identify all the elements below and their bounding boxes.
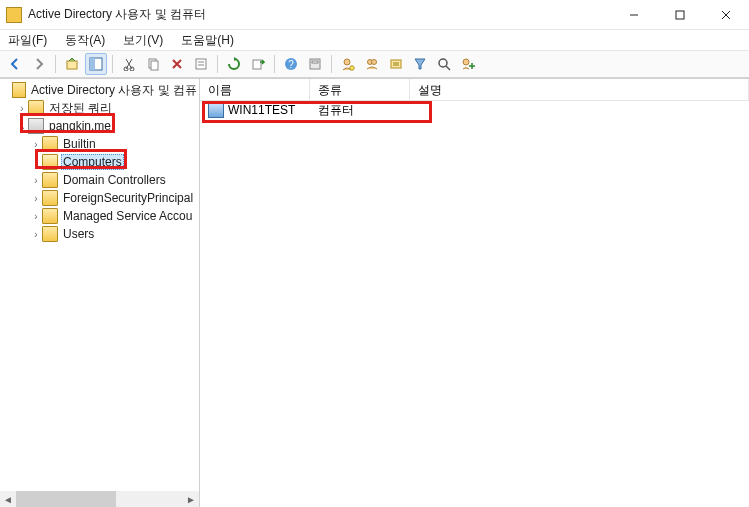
toolbar-separator	[331, 55, 332, 73]
menu-view[interactable]: 보기(V)	[121, 31, 165, 50]
tree-label: Managed Service Accou	[61, 209, 194, 223]
menu-help[interactable]: 도움말(H)	[179, 31, 236, 50]
maximize-button[interactable]	[657, 0, 703, 29]
svg-line-2	[722, 11, 730, 19]
show-hide-tree-button[interactable]	[85, 53, 107, 75]
properties-button[interactable]	[190, 53, 212, 75]
toolbar: ?	[0, 50, 749, 78]
title-bar: Active Directory 사용자 및 컴퓨터	[0, 0, 749, 30]
column-type[interactable]: 종류	[310, 79, 410, 100]
svg-point-22	[372, 60, 377, 65]
tree-horizontal-scrollbar[interactable]: ◄ ►	[0, 491, 199, 507]
svg-rect-6	[90, 58, 95, 70]
column-description[interactable]: 설명	[410, 79, 749, 100]
computer-icon	[208, 102, 224, 118]
cell-name: WIN11TEST	[200, 102, 310, 118]
svg-text:?: ?	[288, 59, 294, 70]
new-group-icon[interactable]	[361, 53, 383, 75]
folder-icon	[42, 136, 58, 152]
scroll-thumb[interactable]	[16, 491, 116, 507]
forward-button[interactable]	[28, 53, 50, 75]
tree-root-label: Active Directory 사용자 및 컴퓨	[29, 82, 199, 99]
delete-button[interactable]	[166, 53, 188, 75]
export-button[interactable]	[247, 53, 269, 75]
domain-icon	[28, 118, 44, 134]
menu-bar: 파일(F) 동작(A) 보기(V) 도움말(H)	[0, 30, 749, 50]
filter-icon[interactable]	[409, 53, 431, 75]
help-button[interactable]: ?	[280, 53, 302, 75]
collapse-icon[interactable]: ⌄	[16, 121, 28, 132]
copy-button[interactable]	[142, 53, 164, 75]
back-button[interactable]	[4, 53, 26, 75]
root-icon	[12, 82, 26, 98]
tree-label: 저장된 쿼리	[47, 100, 114, 117]
tree-domain-controllers[interactable]: › Domain Controllers	[2, 171, 199, 189]
refresh-button[interactable]	[223, 53, 245, 75]
svg-rect-10	[151, 61, 158, 70]
folder-icon	[42, 172, 58, 188]
expand-icon[interactable]: ›	[30, 211, 42, 222]
app-icon	[6, 7, 22, 23]
tree-managed-service[interactable]: › Managed Service Accou	[2, 207, 199, 225]
folder-icon	[42, 208, 58, 224]
tree-computers[interactable]: Computers	[2, 153, 199, 171]
folder-icon	[42, 226, 58, 242]
tree-domain[interactable]: ⌄ pangkin.me	[2, 117, 199, 135]
svg-point-20	[350, 66, 354, 70]
expand-icon[interactable]: ›	[16, 103, 28, 114]
svg-point-27	[463, 59, 469, 65]
content-panes: Active Directory 사용자 및 컴퓨 › 저장된 쿼리 ⌄ pan…	[0, 78, 749, 507]
svg-rect-1	[676, 11, 684, 19]
svg-point-19	[344, 59, 350, 65]
tree-label: Domain Controllers	[61, 173, 168, 187]
window-title: Active Directory 사용자 및 컴퓨터	[28, 6, 611, 23]
expand-icon[interactable]: ›	[30, 229, 42, 240]
svg-rect-11	[196, 59, 206, 69]
list-pane: 이름 종류 설명 WIN11TEST 컴퓨터	[200, 79, 749, 507]
minimize-button[interactable]	[611, 0, 657, 29]
svg-rect-24	[393, 62, 399, 66]
cut-button[interactable]	[118, 53, 140, 75]
expand-icon[interactable]: ›	[30, 175, 42, 186]
expand-icon[interactable]: ›	[30, 139, 42, 150]
svg-rect-4	[67, 61, 77, 69]
tree-label: Users	[61, 227, 96, 241]
svg-rect-14	[253, 60, 261, 69]
toolbar-separator	[112, 55, 113, 73]
svg-rect-18	[312, 61, 318, 63]
scroll-right-arrow[interactable]: ►	[183, 491, 199, 507]
find-button[interactable]	[304, 53, 326, 75]
add-member-icon[interactable]	[457, 53, 479, 75]
tree-pane: Active Directory 사용자 및 컴퓨 › 저장된 쿼리 ⌄ pan…	[0, 79, 200, 507]
scroll-track[interactable]	[16, 491, 183, 507]
list-row[interactable]: WIN11TEST 컴퓨터	[200, 101, 749, 119]
menu-action[interactable]: 동작(A)	[63, 31, 107, 50]
tree-users[interactable]: › Users	[2, 225, 199, 243]
expand-icon[interactable]: ›	[30, 193, 42, 204]
tree-foreign-security[interactable]: › ForeignSecurityPrincipal	[2, 189, 199, 207]
search-icon[interactable]	[433, 53, 455, 75]
list-header: 이름 종류 설명	[200, 79, 749, 101]
new-ou-icon[interactable]	[385, 53, 407, 75]
tree-label: Computers	[61, 154, 124, 170]
toolbar-separator	[274, 55, 275, 73]
tree-label: ForeignSecurityPrincipal	[61, 191, 195, 205]
svg-line-3	[722, 11, 730, 19]
scroll-left-arrow[interactable]: ◄	[0, 491, 16, 507]
toolbar-separator	[55, 55, 56, 73]
folder-icon	[28, 100, 44, 116]
up-button[interactable]	[61, 53, 83, 75]
close-button[interactable]	[703, 0, 749, 29]
tree-root[interactable]: Active Directory 사용자 및 컴퓨	[2, 81, 199, 99]
cell-type: 컴퓨터	[310, 102, 410, 119]
toolbar-separator	[217, 55, 218, 73]
new-user-icon[interactable]	[337, 53, 359, 75]
folder-open-icon	[42, 154, 58, 170]
menu-file[interactable]: 파일(F)	[6, 31, 49, 50]
row-name-text: WIN11TEST	[228, 103, 295, 117]
svg-line-26	[446, 66, 450, 70]
column-name[interactable]: 이름	[200, 79, 310, 100]
svg-point-25	[439, 59, 447, 67]
tree-builtin[interactable]: › Builtin	[2, 135, 199, 153]
tree-saved-queries[interactable]: › 저장된 쿼리	[2, 99, 199, 117]
